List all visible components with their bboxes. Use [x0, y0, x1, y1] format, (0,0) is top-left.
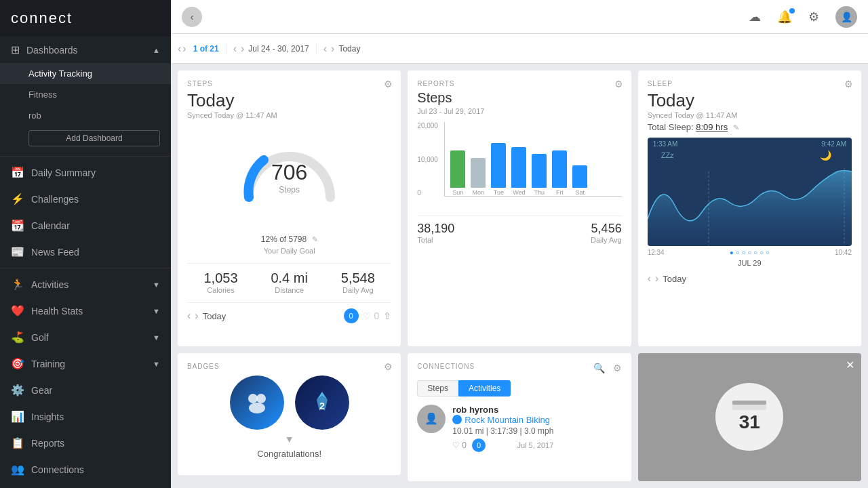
distance-label: Distance	[271, 286, 307, 294]
training-chevron: ▼	[153, 360, 160, 368]
connections-label: Connections	[31, 464, 84, 475]
badge-icon-1	[230, 375, 284, 430]
prev-today-button[interactable]: ‹	[323, 43, 327, 55]
notifications-icon[interactable]: 🔔	[777, 9, 792, 24]
calories-value: 1,053	[203, 270, 237, 286]
connections-gear-icon[interactable]: ⚙	[613, 363, 622, 373]
next-today-button[interactable]: ›	[331, 43, 334, 55]
sidebar-reports[interactable]: 📋 Reports	[0, 430, 171, 456]
conn-like-button[interactable]: ♡ 0	[452, 441, 467, 450]
connections-icon: 👥	[11, 463, 24, 476]
svg-rect-7	[732, 401, 766, 405]
sidebar-daily-summary[interactable]: 📅 Daily Summary	[0, 159, 171, 186]
steps-nav-count[interactable]: 0	[344, 308, 359, 323]
sidebar-calendar[interactable]: 📆 Calendar	[0, 212, 171, 239]
dashboard-grid: STEPS ⚙ Today Synced Today @ 11:47 AM 70…	[171, 64, 868, 488]
sleep-total-value: 8:09 hrs	[696, 122, 728, 132]
sidebar-training[interactable]: 🎯 Training ▼	[0, 350, 171, 377]
sidebar-item-rob[interactable]: rob	[0, 105, 171, 126]
sleep-total: Total Sleep: 8:09 hrs ✎	[648, 122, 852, 132]
dashboards-chevron: ▲	[153, 46, 160, 54]
conn-entry-rob: 👤 rob hyrons Rock Mountain Biking 10.01 …	[417, 405, 621, 452]
conn-activity-row: Rock Mountain Biking	[452, 415, 553, 425]
sidebar-health-stats[interactable]: ❤️ Health Stats ▼	[0, 298, 171, 324]
daily-summary-label: Daily Summary	[31, 167, 96, 178]
conn-avatar: 👤	[417, 405, 446, 433]
reports-title: Steps	[417, 90, 621, 106]
challenges-icon: ⚡	[11, 192, 24, 205]
page-nav-arrows: ‹ ›	[178, 43, 186, 55]
calories-label: Calories	[203, 286, 237, 294]
tab-steps[interactable]: Steps	[417, 380, 458, 396]
sidebar-challenges[interactable]: ⚡ Challenges	[0, 186, 171, 212]
total-label: Total	[417, 236, 454, 244]
next-page-button[interactable]: ›	[182, 43, 186, 55]
bar-sat-fill	[572, 165, 587, 188]
connections-search-icon[interactable]: 🔍	[593, 363, 605, 373]
y-label-top: 20,000	[417, 122, 438, 129]
conn-comment-button[interactable]: 0	[472, 439, 486, 452]
sleep-end-time: 9:42 AM	[821, 140, 846, 148]
svg-text:2: 2	[319, 401, 325, 411]
sleep-gear-icon[interactable]: ⚙	[844, 79, 853, 89]
steps-goal-label: Your Daily Goal	[187, 247, 391, 255]
sidebar-insights[interactable]: 📊 Insights	[0, 403, 171, 430]
bar-sun-fill	[450, 150, 465, 188]
golf-label: Golf	[31, 332, 49, 343]
sleep-next-button[interactable]: ›	[655, 272, 658, 285]
steps-widget-label: STEPS	[187, 80, 391, 87]
total-stat: 38,190 Total	[417, 222, 454, 244]
edit-sleep-icon[interactable]: ✎	[733, 123, 739, 131]
sleep-bottom-right: 10:42	[835, 249, 852, 256]
back-button[interactable]: ‹	[182, 7, 202, 27]
sleep-prev-button[interactable]: ‹	[648, 272, 651, 285]
conn-details: rob hyrons Rock Mountain Biking 10.01 mi…	[452, 405, 553, 452]
steps-like-button[interactable]: ♡ 0	[363, 310, 380, 321]
badges-down-arrow[interactable]: ▼	[187, 434, 391, 445]
steps-prev-button[interactable]: ‹	[187, 310, 191, 322]
dashboards-label: Dashboards	[26, 45, 78, 56]
insights-label: Insights	[31, 411, 64, 422]
sidebar-activities[interactable]: 🏃 Activities ▼	[0, 271, 171, 298]
upload-icon[interactable]: ☁	[749, 9, 761, 24]
sidebar-connections[interactable]: 👥 Connections	[0, 456, 171, 483]
steps-gear-icon[interactable]: ⚙	[384, 79, 393, 89]
sidebar-dashboards-section[interactable]: ⊞ Dashboards ▲	[0, 37, 171, 63]
congratulations-text: Congratulations!	[187, 449, 391, 459]
training-label: Training	[31, 359, 65, 369]
sidebar-item-fitness[interactable]: Fitness	[0, 84, 171, 105]
settings-icon[interactable]: ⚙	[808, 9, 819, 24]
prev-date-button[interactable]: ‹	[233, 43, 237, 55]
steps-stats: 1,053 Calories 0.4 mi Distance 5,548 Dai…	[187, 263, 391, 294]
add-dashboard-button[interactable]: Add Dashboard	[28, 130, 160, 146]
badges-gear-icon[interactable]: ⚙	[384, 361, 393, 372]
sidebar-divider-1	[0, 156, 171, 157]
user-avatar[interactable]: 👤	[835, 6, 857, 28]
next-date-button[interactable]: ›	[241, 43, 244, 55]
sidebar-gear[interactable]: ⚙️ Gear	[0, 377, 171, 403]
news-feed-label: News Feed	[31, 247, 79, 258]
bar-thu-fill	[532, 154, 547, 188]
prev-page-button[interactable]: ‹	[178, 43, 181, 55]
calendar-close-button[interactable]: ✕	[846, 359, 854, 371]
steps-unit: Steps	[271, 185, 307, 195]
reports-gear-icon[interactable]: ⚙	[614, 79, 623, 89]
sleep-chart: 1:33 AM 9:42 AM ZZz 🌙	[648, 138, 852, 246]
badges-widget-label: BADGES	[187, 363, 391, 370]
sidebar-golf[interactable]: ⛳ Golf ▼	[0, 324, 171, 350]
edit-goal-icon[interactable]: ✎	[312, 235, 318, 243]
svg-point-3	[256, 394, 266, 403]
main-content: ‹ ☁ 🔔 ⚙ 👤 ‹ › 1 of 21 ‹ › Jul 24 - 30, 2…	[171, 0, 868, 488]
conn-activity-name[interactable]: Rock Mountain Biking	[465, 415, 550, 425]
sleep-wave-svg	[648, 165, 852, 246]
sidebar-groups[interactable]: 👫 Groups	[0, 483, 171, 488]
reports-daily-avg-value: 5,456	[591, 222, 622, 236]
tab-activities[interactable]: Activities	[458, 380, 511, 396]
badges-widget: BADGES ⚙ 2 ▼ Congratulations!	[178, 353, 401, 475]
sidebar-item-activity-tracking[interactable]: Activity Tracking	[0, 63, 171, 84]
sidebar-news-feed[interactable]: 📰 News Feed	[0, 239, 171, 265]
conn-name: rob hyrons	[452, 405, 553, 415]
steps-next-button[interactable]: ›	[195, 310, 198, 322]
topnav-section-dates: ‹ › Jul 24 - 30, 2017	[226, 43, 309, 55]
steps-share-button[interactable]: ⇧	[383, 310, 391, 321]
